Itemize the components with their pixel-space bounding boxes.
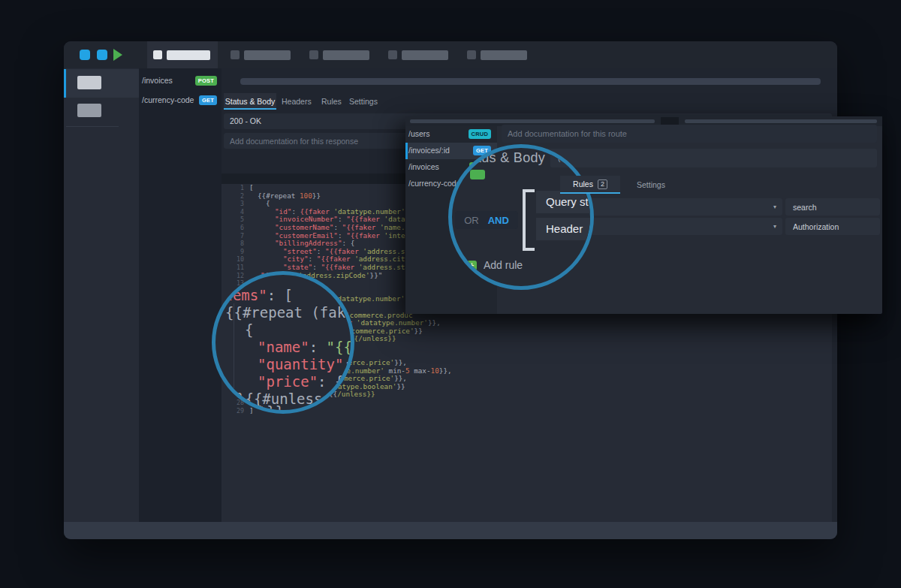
or-and-toggle[interactable]: OR AND [455,211,518,229]
magnified-code-line: "quantity": { [258,356,354,372]
editor-line: 29] [221,407,832,415]
window-icon-blue-1[interactable] [80,50,90,60]
line-number: 8 [221,240,249,248]
routes-list: /invoicesPOST/currency-codeGET [139,68,221,522]
placeholder-bar [685,119,877,123]
magnified-code-line: {{#repeat (faker [225,304,354,321]
line-number: 3 [221,200,249,208]
and-option[interactable]: AND [488,215,509,226]
line-number: 4 [221,208,249,216]
header-tab[interactable] [388,41,456,68]
route-item-currencycode[interactable]: /currency-codeGET [139,91,221,110]
rules-count-badge: 2 [598,179,607,189]
magnifier-circle-rules: tus & Body (200) OR AND Query st Header … [448,144,594,290]
chevron-down-icon: ▾ [773,223,776,230]
add-rule-button[interactable]: + Add rule [467,259,523,271]
route-item-invoices[interactable]: /invoicesPOST [139,71,221,91]
method-badge-post: POST [195,76,217,86]
environment-item-active[interactable] [64,69,139,98]
chevron-down-icon: ▾ [773,204,776,210]
rule-type-query-string[interactable]: Query st [536,191,594,213]
route-path: /users [408,129,430,138]
method-badge-crud: CRUD [469,129,491,139]
route-path: /invoices [408,162,439,171]
tab-label-placeholder [323,50,369,60]
divider [66,126,119,127]
header-tab-active[interactable] [147,41,218,68]
tab-headers[interactable]: Headers [282,93,312,110]
route-path-placeholder[interactable] [240,78,821,85]
placeholder-bar [410,119,655,123]
line-number: 9 [221,248,249,256]
post-badge-magnified [470,170,485,179]
status-body-header-magnified: tus & Body [478,150,545,166]
tab-label-placeholder [402,50,448,60]
tab-icon-placeholder [231,50,240,59]
tab-icon-placeholder [467,50,476,59]
magnified-code-line: { [245,321,253,338]
header-tab[interactable] [231,41,298,68]
tab-icon-placeholder [388,50,397,59]
header-tab[interactable] [467,41,535,68]
tab-icon-placeholder [153,50,162,59]
line-number: 1 [221,184,249,192]
environment-icon [77,76,101,89]
tab-status-body[interactable]: Status & Body [224,93,276,110]
tab-rules-label: Rules [573,179,593,188]
route-path: /invoices [142,76,173,85]
route-path: /invoices/:id [408,146,450,155]
tab-icon-placeholder [309,50,318,59]
group-bracket [523,189,535,251]
tab-rules-active[interactable]: Rules 2 [560,176,620,194]
line-number: 29 [221,407,249,415]
line-number: 10 [221,255,249,264]
rule-value-input[interactable] [785,218,880,235]
window-icon-blue-2[interactable] [97,50,107,60]
active-accent-bar [64,69,66,98]
rule-value-input[interactable] [785,198,880,216]
line-number: 6 [221,224,249,232]
or-option[interactable]: OR [464,215,479,226]
environment-icon[interactable] [77,104,101,117]
method-badge-get: GET [199,95,217,105]
rule-type-header[interactable]: Header [536,218,594,240]
magnified-code-line: "name": "{{fa [258,339,354,355]
tab-rules[interactable]: Rules [321,93,342,110]
tab-label-placeholder [244,50,291,60]
line-number: 12 [221,272,249,280]
route-item-users[interactable]: /usersCRUD [405,126,497,143]
tab-label-placeholder [481,50,527,60]
title-bar [64,41,837,68]
tab-settings[interactable]: Settings [637,176,665,194]
line-number: 7 [221,232,249,240]
tab-settings[interactable]: Settings [349,93,378,110]
add-rule-label: Add rule [484,259,523,271]
header-tab[interactable] [309,41,377,68]
status-footer [64,522,837,539]
line-number: 2 [221,192,249,201]
route-path: /currency-code [142,95,194,104]
environment-sidebar [64,68,139,522]
route-path: /currency-code [408,179,460,188]
rule-type-label: Header [536,218,594,240]
tab-label-placeholder [167,50,210,60]
line-number: 11 [221,264,249,272]
play-icon[interactable] [113,49,122,61]
route-doc-input[interactable] [502,125,877,143]
rule-type-label: Query st [536,191,594,213]
line-number: 5 [221,216,249,224]
magnifier-circle-code: items": [{{#repeat (faker{"name": "{{fa"… [212,271,354,414]
